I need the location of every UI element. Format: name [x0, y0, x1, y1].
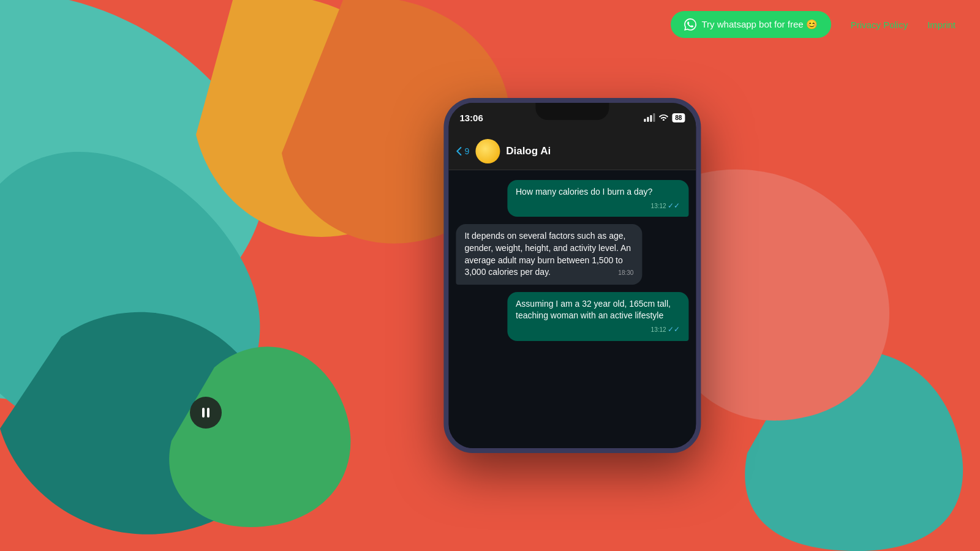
- chat-body: How many calories do I burn a day? 13:12…: [448, 170, 696, 448]
- pause-icon: [202, 408, 209, 418]
- back-chevron-icon: [456, 146, 462, 156]
- message-sent-2: Assuming I am a 32 year old, 165cm tall,…: [507, 292, 688, 341]
- phone-mockup: 13:06 88: [443, 98, 701, 453]
- chat-header: 9 Dialog Ai: [448, 132, 696, 170]
- wifi-icon: [658, 113, 668, 122]
- imprint-link[interactable]: Imprint: [927, 20, 956, 30]
- status-time: 13:06: [459, 113, 483, 123]
- message-text: How many calories do I burn a day?: [516, 187, 652, 197]
- signal-bars-icon: [644, 113, 655, 122]
- read-receipt-icon: ✓✓: [668, 325, 680, 334]
- message-time: 13:12 ✓✓: [651, 324, 680, 335]
- status-icons: 88: [644, 113, 685, 122]
- message-received-1: It depends on several factors such as ag…: [456, 224, 642, 284]
- top-navigation: Try whatsapp bot for free 😊 Privacy Poli…: [0, 0, 980, 49]
- phone-notch: [535, 103, 609, 120]
- whatsapp-cta-button[interactable]: Try whatsapp bot for free 😊: [671, 11, 831, 38]
- message-time: 18:30: [618, 269, 633, 277]
- message-text: It depends on several factors such as ag…: [464, 231, 631, 277]
- back-button[interactable]: 9: [456, 146, 469, 156]
- privacy-policy-link[interactable]: Privacy Policy: [851, 20, 908, 30]
- read-receipt-icon: ✓✓: [668, 201, 680, 210]
- pause-button[interactable]: [190, 397, 222, 429]
- whatsapp-btn-label: Try whatsapp bot for free 😊: [701, 19, 817, 30]
- phone-body: 13:06 88: [443, 98, 701, 453]
- contact-avatar: [475, 139, 500, 163]
- message-text: Assuming I am a 32 year old, 165cm tall,…: [516, 299, 671, 321]
- whatsapp-icon: [684, 18, 696, 31]
- message-sent-1: How many calories do I burn a day? 13:12…: [507, 180, 688, 217]
- back-count: 9: [464, 146, 469, 156]
- contact-name: Dialog Ai: [506, 145, 551, 157]
- battery-indicator: 88: [672, 113, 685, 122]
- message-time: 13:12 ✓✓: [651, 201, 680, 211]
